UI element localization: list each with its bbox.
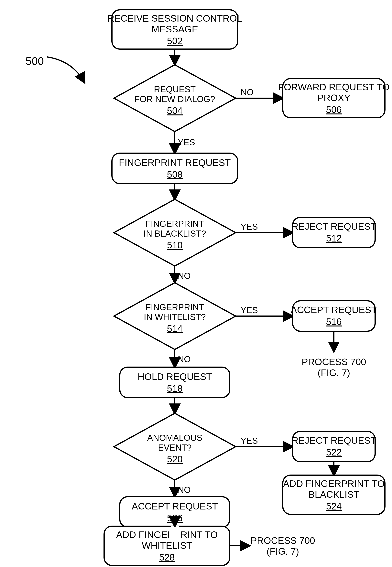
- step-524-text-2: BLACKLIST: [308, 489, 359, 500]
- proc700-a-1: PROCESS 700: [302, 357, 366, 367]
- label-520-no: NO: [178, 485, 191, 495]
- step-510-ref: 510: [167, 240, 183, 250]
- label-504-no: NO: [241, 87, 253, 97]
- step-512-ref: 512: [326, 233, 342, 243]
- step-514-ref: 514: [167, 323, 183, 334]
- process-label: 500: [26, 55, 44, 67]
- process-label-arrow: [47, 57, 84, 83]
- label-514-yes: YES: [241, 305, 258, 315]
- step-522-text: REJECT REQUEST: [292, 435, 376, 446]
- svg-rect-7: [169, 527, 181, 541]
- step-516-text: ACCEPT REQUEST: [291, 305, 377, 315]
- step-512-text: REJECT REQUEST: [292, 221, 376, 232]
- label-514-no: NO: [178, 354, 191, 364]
- proc700-a-2: (FIG. 7): [318, 368, 350, 378]
- step-510-text-2: IN BLACKLIST?: [144, 229, 206, 238]
- step-506-text-2: PROXY: [317, 93, 350, 103]
- step-504-text-2: FOR NEW DIALOG?: [135, 94, 215, 104]
- step-508-ref: 508: [167, 169, 183, 180]
- flowchart: 500 RECEIVE SESSION CONTROL MESSAGE 502 …: [0, 0, 392, 567]
- step-518-text: HOLD REQUEST: [138, 372, 212, 382]
- step-520-ref: 520: [167, 454, 183, 464]
- step-520-text-2: EVENT?: [158, 443, 192, 452]
- step-504-text-1: REQUEST: [154, 84, 196, 94]
- step-504-ref: 504: [167, 105, 183, 116]
- proc700-b-1: PROCESS 700: [251, 535, 315, 546]
- label-520-yes: YES: [241, 436, 258, 445]
- step-522-ref: 522: [326, 447, 342, 457]
- step-518-ref: 518: [167, 383, 183, 394]
- proc700-b-2: (FIG. 7): [266, 546, 299, 557]
- step-514-text-1: FINGERPRINT: [146, 302, 204, 312]
- step-516-ref: 516: [326, 317, 342, 327]
- step-514-text-2: IN WHITELIST?: [144, 312, 206, 322]
- step-520-text-1: ANOMALOUS: [147, 433, 202, 443]
- step-506-ref: 506: [326, 104, 342, 115]
- step-502-text-1: RECEIVE SESSION CONTROL: [107, 13, 242, 24]
- step-528-ref: 528: [159, 552, 175, 563]
- step-508-text: FINGERPRINT REQUEST: [119, 157, 231, 168]
- step-502-ref: 502: [167, 36, 183, 46]
- step-506-text-1: FORWARD REQUEST TO: [278, 82, 390, 92]
- step-502-text-2: MESSAGE: [151, 24, 198, 34]
- label-510-yes: YES: [241, 222, 258, 232]
- step-510-text-1: FINGERPRINT: [146, 219, 204, 229]
- label-504-yes: YES: [178, 138, 195, 147]
- label-510-no: NO: [178, 271, 191, 281]
- step-528-text-2b: WHITELIST: [142, 540, 192, 551]
- step-526-text: ACCEPT REQUEST: [132, 501, 218, 512]
- step-524-ref: 524: [326, 501, 342, 512]
- step-528-text-1b: ADD FINGERPRINT TO: [116, 529, 218, 540]
- step-524-text-1: ADD FINGERPRINT TO: [283, 478, 385, 489]
